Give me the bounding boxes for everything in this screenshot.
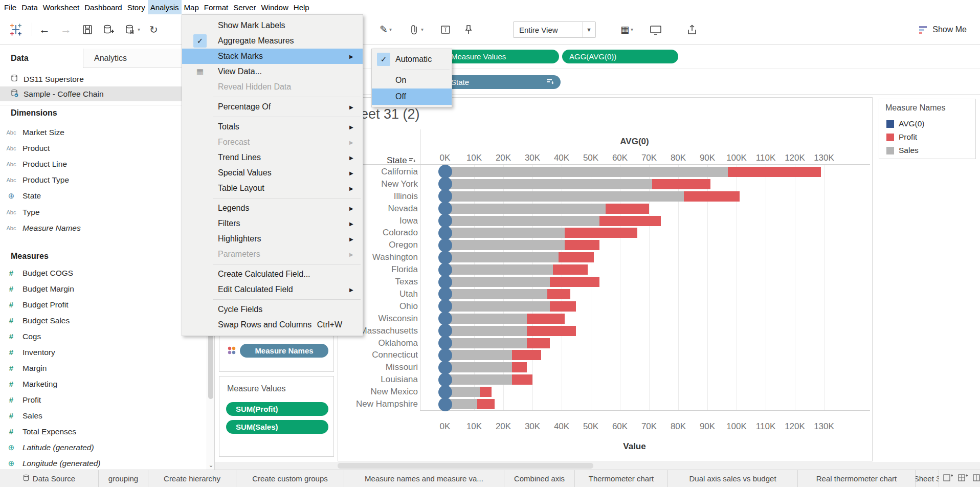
profit-bar-iowa[interactable] xyxy=(599,216,661,226)
legend-item-sales[interactable]: Sales xyxy=(886,145,919,156)
measure-inventory[interactable]: #Inventory xyxy=(0,344,199,360)
analysis-menu-item-table-layout[interactable]: Table Layout▶ xyxy=(182,181,363,196)
measure-margin[interactable]: #Margin xyxy=(0,360,199,376)
stack-marks-item-off[interactable]: Off xyxy=(372,88,452,105)
profit-bar-utah[interactable] xyxy=(547,289,571,299)
sort-descending-icon[interactable] xyxy=(546,78,553,86)
dimension-market-size[interactable]: AbcMarket Size xyxy=(0,124,199,140)
profit-bar-wisconsin[interactable] xyxy=(527,314,565,324)
scroll-down-icon[interactable]: ⌄ xyxy=(207,461,215,469)
dimension-type[interactable]: AbcType xyxy=(0,204,199,220)
horizontal-scrollbar[interactable] xyxy=(215,462,980,470)
profit-bar-ohio[interactable] xyxy=(550,301,576,312)
measure-profit[interactable]: #Profit xyxy=(0,392,199,408)
profit-bar-massachusetts[interactable] xyxy=(527,326,576,336)
sheet-tab-sheet-3[interactable]: Sheet 3 xyxy=(916,470,939,487)
sales-bar-missouri[interactable] xyxy=(445,362,512,372)
profit-bar-california[interactable] xyxy=(728,167,821,177)
measure-budget-sales[interactable]: #Budget Sales xyxy=(0,313,199,328)
avg0-circle-florida[interactable] xyxy=(438,263,452,277)
menubar-item-analysis[interactable]: Analysis xyxy=(148,0,182,14)
stack-marks-item-on[interactable]: On xyxy=(372,72,452,88)
show-hide-cards-button[interactable]: ▦▾ xyxy=(620,14,633,45)
sheet-tab-measure-names-and-measure-va[interactable]: Measure names and measure va... xyxy=(344,470,504,487)
analysis-menu-item-view-data[interactable]: ▦View Data... xyxy=(182,64,363,79)
menubar-item-window[interactable]: Window xyxy=(258,0,291,14)
pause-updates-caret-icon[interactable]: ▾ xyxy=(138,27,140,32)
profit-bar-new-york[interactable] xyxy=(652,179,710,189)
profit-bar-oregon[interactable] xyxy=(565,240,599,250)
profit-bar-florida[interactable] xyxy=(553,264,588,275)
menubar-item-worksheet[interactable]: Worksheet xyxy=(40,0,82,14)
avg0-circle-new-hampshire[interactable] xyxy=(438,397,452,411)
measure-cogs[interactable]: #Cogs xyxy=(0,328,199,344)
menubar-item-dashboard[interactable]: Dashboard xyxy=(82,0,124,14)
sheet-tab-create-hierarchy[interactable]: Create hierarchy xyxy=(148,470,236,487)
sales-bar-utah[interactable] xyxy=(445,289,547,299)
sheet-tab-dual-axis-sales-vs-budget[interactable]: Dual axis sales vs budget xyxy=(668,470,798,487)
sheet-tab-real-thermometer-chart[interactable]: Real thermometer chart xyxy=(798,470,916,487)
analysis-menu-item-trend-lines[interactable]: Trend Lines▶ xyxy=(182,150,363,165)
sheet-tab-thermometer-chart[interactable]: Thermometer chart xyxy=(575,470,668,487)
sheet-tab-combined-axis[interactable]: Combined axis xyxy=(504,470,575,487)
dimension-measure-names[interactable]: AbcMeasure Names xyxy=(0,220,199,236)
dimension-state[interactable]: ⊕State xyxy=(0,188,199,204)
legend-item-avg-0[interactable]: AVG(0) xyxy=(886,119,925,129)
avg0-circle-oklahoma[interactable] xyxy=(438,336,452,350)
sales-bar-wisconsin[interactable] xyxy=(445,314,527,324)
rows-pill-state[interactable]: State xyxy=(444,75,561,89)
undo-button[interactable]: ← xyxy=(39,14,50,45)
menubar-item-help[interactable]: Help xyxy=(291,0,312,14)
avg0-circle-missouri[interactable] xyxy=(438,361,452,374)
pause-auto-updates-button[interactable]: ▾ xyxy=(124,14,140,45)
profit-bar-louisiana[interactable] xyxy=(512,374,532,385)
share-button[interactable] xyxy=(686,14,698,45)
datasource-ds11-superstore[interactable]: DS11 Superstore xyxy=(0,72,207,86)
state-row-label-louisiana[interactable]: Louisiana xyxy=(339,374,418,385)
sales-bar-california[interactable] xyxy=(445,167,728,177)
sheet-tab-grouping[interactable]: grouping xyxy=(99,470,148,487)
menubar-item-story[interactable]: Story xyxy=(125,0,148,14)
avg0-circle-oregon[interactable] xyxy=(438,238,452,252)
measure-budget-cogs[interactable]: #Budget COGS xyxy=(0,265,199,281)
sales-bar-colorado[interactable] xyxy=(445,228,565,238)
sales-bar-texas[interactable] xyxy=(445,277,550,287)
fit-selector[interactable]: Entire View ▼ xyxy=(513,21,596,38)
avg0-circle-connecticut[interactable] xyxy=(438,348,452,362)
avg0-circle-new-mexico[interactable] xyxy=(438,385,452,399)
legend-item-profit[interactable]: Profit xyxy=(886,132,917,142)
run-update-button[interactable]: ↻ xyxy=(149,14,158,45)
sales-bar-oklahoma[interactable] xyxy=(445,338,527,348)
menubar-item-format[interactable]: Format xyxy=(202,0,231,14)
profit-bar-nevada[interactable] xyxy=(606,204,650,214)
state-row-label-missouri[interactable]: Missouri xyxy=(339,362,418,372)
analysis-menu-item-create-calculated-field[interactable]: Create Calculated Field... xyxy=(182,267,363,282)
analysis-menu-item-filters[interactable]: Filters▶ xyxy=(182,216,363,231)
sales-bar-illinois[interactable] xyxy=(445,191,684,202)
sales-bar-new-york[interactable] xyxy=(445,179,652,189)
horizontal-scrollbar-thumb[interactable] xyxy=(338,463,593,469)
sales-bar-oregon[interactable] xyxy=(445,240,565,250)
menubar-item-server[interactable]: Server xyxy=(231,0,258,14)
measure-budget-margin[interactable]: #Budget Margin xyxy=(0,281,199,297)
color-pill-measure-names[interactable]: Measure Names xyxy=(240,344,328,358)
profit-bar-washington[interactable] xyxy=(559,252,593,262)
avg0-circle-colorado[interactable] xyxy=(438,226,452,240)
avg0-circle-iowa[interactable] xyxy=(438,214,452,228)
sales-bar-massachusetts[interactable] xyxy=(445,326,527,336)
analysis-menu-item-swap-rows-and-columns[interactable]: Swap Rows and ColumnsCtrl+W xyxy=(182,317,363,333)
columns-pill-measure-values[interactable]: Measure Values xyxy=(444,50,559,63)
measure-latitude-generated[interactable]: ⊕Latitude (generated) xyxy=(0,439,199,455)
measure-longitude-generated[interactable]: ⊕Longitude (generated) xyxy=(0,455,199,470)
measure-total-expenses[interactable]: #Total Expenses xyxy=(0,424,199,439)
new-worksheet-button[interactable] xyxy=(943,473,953,484)
sheet-tab-create-custom-groups[interactable]: Create custom groups xyxy=(236,470,344,487)
sales-bar-connecticut[interactable] xyxy=(445,350,512,360)
menubar-item-map[interactable]: Map xyxy=(182,0,202,14)
menubar-item-file[interactable]: File xyxy=(2,0,19,14)
analysis-menu-item-special-values[interactable]: Special Values▶ xyxy=(182,165,363,181)
show-mark-labels-button[interactable]: T xyxy=(440,14,451,45)
show-me-button[interactable]: Show Me xyxy=(918,21,967,38)
analysis-menu-item-legends[interactable]: Legends▶ xyxy=(182,201,363,216)
state-row-label-connecticut[interactable]: Connecticut xyxy=(339,350,418,360)
